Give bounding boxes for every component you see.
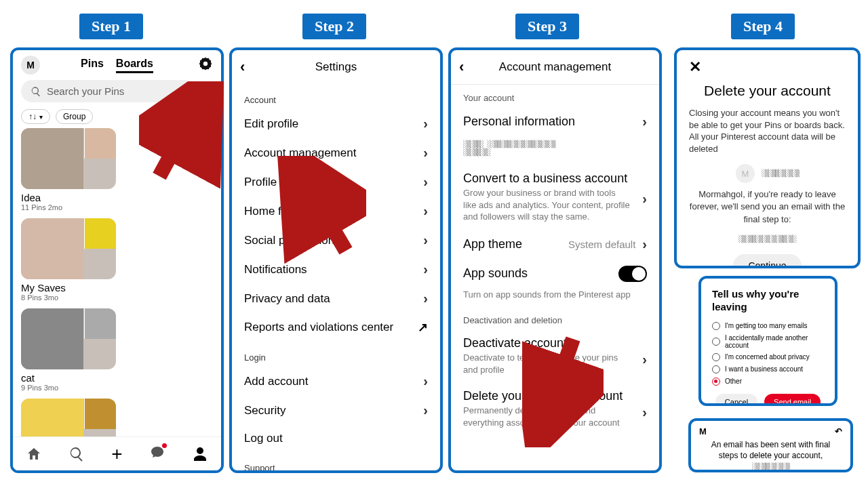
step2-label: Step 2	[302, 14, 366, 39]
step3-label: Step 3	[515, 14, 579, 39]
row-notifications[interactable]: Notifications›	[232, 255, 440, 284]
sort-pill[interactable]: ↑↓ ▾	[21, 109, 50, 124]
row-delete-account[interactable]: Delete your data and account	[451, 382, 659, 405]
continue-button[interactable]: Continue	[733, 254, 801, 268]
row-home-feed[interactable]: Home feed tuner›	[232, 197, 440, 226]
step3-screen: ‹ Account management Your account Person…	[448, 47, 662, 473]
row-app-sounds[interactable]: App sounds	[451, 259, 659, 289]
profile-nav-icon[interactable]	[192, 446, 208, 462]
undo-icon[interactable]: ↶	[835, 426, 842, 436]
row-personal-info[interactable]: Personal information›	[451, 107, 659, 136]
delete-warning: Closing your account means you won't be …	[689, 107, 846, 155]
step1-screen: M Pins Boards Search your Pins + ↑↓ ▾ Gr…	[10, 47, 224, 473]
row-security[interactable]: Security›	[232, 396, 440, 425]
board-cat[interactable]: cat9 Pins 3mo	[21, 308, 116, 392]
radio-other[interactable]: Other	[712, 378, 824, 386]
row-app-theme[interactable]: App themeSystem default›	[451, 230, 659, 259]
blurred-info: ░▒░▒▒░ ░░▒▒░▒▒░▒░▒░▒▒░▒░▒░▒░▒░▒▒░▒░	[463, 140, 647, 157]
search-input[interactable]: Search your Pins	[21, 80, 195, 102]
tab-boards[interactable]: Boards	[116, 58, 153, 73]
avatar[interactable]: M	[21, 56, 40, 75]
radio-emails[interactable]: I'm getting too many emails	[712, 322, 824, 330]
tab-pins[interactable]: Pins	[81, 58, 104, 73]
section-your-account: Your account	[451, 85, 659, 107]
delete-confirm-text: Mormahgol, if you're ready to leave fore…	[689, 188, 846, 226]
section-account: Account	[232, 84, 440, 109]
section-deactivation: Deactivation and deletion	[451, 307, 659, 329]
close-icon[interactable]: ✕	[689, 58, 701, 75]
row-add-account[interactable]: Add account›	[232, 367, 440, 396]
row-account-management[interactable]: Account management›	[232, 138, 440, 167]
group-pill[interactable]: Group	[56, 109, 93, 124]
bottom-nav: +	[13, 436, 221, 470]
row-convert-business[interactable]: Convert to a business account	[451, 165, 659, 187]
settings-title: Settings	[254, 60, 418, 74]
back-icon[interactable]: ‹	[459, 58, 473, 76]
board-mysaves[interactable]: My Saves8 Pins 3mo	[21, 218, 116, 302]
row-edit-profile[interactable]: Edit profile›	[232, 109, 440, 138]
email-sent-msg: An email has been sent with final steps …	[699, 436, 842, 472]
board-idea[interactable]: Idea11 Pins 2mo	[21, 128, 116, 211]
step4b-screen: Tell us why you're leaving I'm getting t…	[698, 276, 837, 406]
sounds-toggle[interactable]	[618, 266, 647, 282]
plus-nav-icon[interactable]: +	[111, 443, 122, 465]
gear-icon	[198, 56, 213, 71]
row-privacy[interactable]: Privacy and data›	[232, 284, 440, 313]
step4c-toast: M↶ An email has been sent with final ste…	[688, 418, 853, 472]
external-icon: ↗	[418, 320, 428, 335]
settings-button[interactable]	[194, 56, 213, 74]
radio-privacy[interactable]: I'm concerned about privacy	[712, 353, 824, 361]
search-nav-icon[interactable]	[68, 446, 85, 462]
step2-screen: ‹ Settings Account Edit profile› Account…	[229, 47, 443, 473]
blurred-name: ░▒░▒▒░▒░▒░▒	[762, 169, 799, 178]
radio-another-account[interactable]: I accidentally made another account	[712, 334, 824, 349]
row-logout[interactable]: Log out	[232, 425, 440, 452]
send-email-button[interactable]: Send email	[764, 394, 821, 407]
back-icon[interactable]: ‹	[240, 58, 254, 76]
blurred-email: ░▒░▒▒░▒░▒░▒░▒▒░▒░	[738, 235, 796, 243]
row-profile-visibility[interactable]: Profile visibility›	[232, 167, 440, 197]
leaving-title: Tell us why you're leaving	[712, 288, 824, 314]
step4-label: Step 4	[731, 14, 795, 39]
home-icon[interactable]	[26, 446, 42, 462]
section-login: Login	[232, 342, 440, 367]
step1-label: Step 1	[79, 14, 143, 39]
step4a-screen: ✕ Delete your account Closing your accou…	[674, 47, 861, 268]
add-icon[interactable]: +	[202, 81, 213, 102]
delete-title: Delete your account	[689, 83, 846, 99]
avatar-small: M	[736, 164, 755, 183]
row-reports[interactable]: Reports and violations center↗	[232, 313, 440, 342]
row-social-permissions[interactable]: Social permissions›	[232, 226, 440, 255]
row-deactivate[interactable]: Deactivate account	[451, 329, 659, 352]
radio-business[interactable]: I want a business account	[712, 365, 824, 373]
cancel-button[interactable]: Cancel	[715, 394, 757, 407]
section-support: Support	[232, 452, 440, 473]
search-icon	[31, 86, 41, 97]
account-mgmt-title: Account management	[473, 60, 637, 74]
chat-nav-icon[interactable]	[149, 445, 165, 464]
